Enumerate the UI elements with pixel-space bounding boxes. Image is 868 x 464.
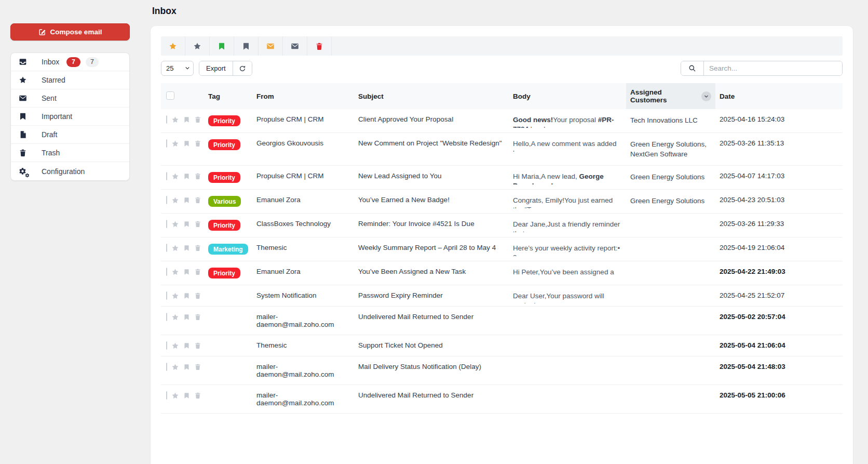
toolbar-spacer	[332, 36, 843, 56]
email-from: mailer-daemon@mail.zoho.com	[252, 385, 354, 413]
column-header-from: From	[252, 87, 354, 105]
star-icon[interactable]	[171, 140, 179, 148]
bookmark-icon[interactable]	[183, 116, 190, 123]
email-row[interactable]: System Notification Password Expiry Remi…	[161, 285, 843, 307]
row-checkbox[interactable]	[166, 391, 167, 400]
star-icon[interactable]	[171, 220, 179, 228]
list-controls: 25 Export	[161, 61, 843, 76]
trash-icon[interactable]	[194, 313, 201, 321]
trash-icon[interactable]	[194, 173, 201, 180]
search-button[interactable]	[681, 61, 704, 75]
star-icon[interactable]	[171, 363, 179, 371]
email-row[interactable]: Priority Georgios Gkouvousis New Comment…	[161, 133, 843, 166]
bookmark-icon[interactable]	[183, 245, 190, 251]
delete-icon[interactable]	[307, 36, 332, 56]
refresh-button[interactable]	[233, 61, 252, 75]
email-from: Propulse CRM | CRM	[252, 109, 354, 129]
star-icon[interactable]	[171, 292, 179, 300]
sidebar-item-label: Starred	[42, 76, 65, 84]
star-icon[interactable]	[171, 313, 179, 321]
trash-icon[interactable]	[194, 342, 201, 349]
email-date: 2025-05-02 20:57:04	[715, 307, 843, 327]
email-row[interactable]: Priority Propulse CRM | CRM Client Appro…	[161, 109, 843, 133]
bookmark-icon[interactable]	[183, 364, 190, 370]
row-checkbox[interactable]	[166, 172, 167, 180]
email-row[interactable]: Various Emanuel Zora You’ve Earned a New…	[161, 190, 843, 214]
sidebar-item-trash[interactable]: Trash	[11, 144, 129, 162]
sidebar-item-configuration[interactable]: Configuration	[11, 162, 129, 180]
star-icon[interactable]	[171, 342, 179, 350]
mark-starred-icon[interactable]	[161, 36, 185, 56]
assigned-customers-sort-button[interactable]	[701, 91, 711, 101]
select-all-checkbox[interactable]	[166, 91, 174, 100]
sidebar-item-draft[interactable]: Draft	[11, 126, 129, 144]
sidebar-item-inbox[interactable]: Inbox77	[11, 53, 129, 71]
row-checkbox[interactable]	[166, 363, 167, 371]
email-assigned-customers	[626, 285, 715, 298]
email-date: 2025-05-05 21:00:06	[715, 385, 843, 405]
sidebar-item-important[interactable]: Important	[11, 108, 129, 126]
row-checkbox[interactable]	[166, 341, 167, 350]
row-checkbox[interactable]	[166, 220, 167, 228]
email-assigned-customers	[626, 214, 715, 226]
bookmark-icon[interactable]	[183, 293, 190, 299]
email-body-preview: Good news!Your proposal #PR-7784 has bee…	[509, 109, 626, 128]
mark-important-icon[interactable]	[210, 36, 234, 56]
email-list: Priority Propulse CRM | CRM Client Appro…	[161, 109, 843, 414]
sidebar-item-sent[interactable]: Sent	[11, 89, 129, 108]
compose-email-button[interactable]: Compose email	[10, 23, 130, 41]
trash-icon[interactable]	[194, 140, 201, 147]
star-icon[interactable]	[171, 268, 179, 276]
bookmark-icon[interactable]	[183, 342, 190, 349]
export-button[interactable]: Export	[199, 61, 233, 75]
email-row[interactable]: mailer-daemon@mail.zoho.com Mail Deliver…	[161, 356, 843, 385]
email-row[interactable]: Themesic Support Ticket Not Opened 2025-…	[161, 335, 843, 356]
row-checkbox[interactable]	[166, 291, 167, 300]
unmark-starred-icon[interactable]	[185, 36, 210, 56]
page-size-select[interactable]: 25	[161, 61, 194, 76]
email-row[interactable]: Priority Emanuel Zora You’ve Been Assign…	[161, 261, 843, 285]
column-header-assigned-customers: Assigned Customers	[626, 83, 715, 109]
mark-read-icon[interactable]	[259, 36, 283, 56]
star-icon[interactable]	[171, 116, 179, 124]
star-icon[interactable]	[171, 244, 179, 252]
row-checkbox[interactable]	[166, 115, 167, 124]
trash-icon[interactable]	[194, 363, 201, 370]
email-row[interactable]: mailer-daemon@mail.zoho.com Undelivered …	[161, 385, 843, 414]
star-icon[interactable]	[171, 196, 179, 204]
inbox-panel: 25 Export Tag From Subject Body Assigned…	[151, 26, 853, 464]
bookmark-icon[interactable]	[183, 269, 190, 275]
star-icon[interactable]	[171, 392, 179, 400]
trash-icon[interactable]	[194, 196, 201, 204]
star-icon[interactable]	[171, 173, 179, 180]
trash-icon[interactable]	[194, 392, 201, 399]
bookmark-icon[interactable]	[183, 197, 190, 204]
row-checkbox[interactable]	[166, 139, 167, 148]
bookmark-icon[interactable]	[183, 173, 190, 180]
trash-icon[interactable]	[194, 268, 201, 275]
bookmark-icon[interactable]	[183, 392, 190, 399]
trash-icon[interactable]	[194, 116, 201, 123]
email-body-preview: Here’s your weekly activity report:• 3..…	[509, 237, 626, 256]
row-checkbox[interactable]	[166, 196, 167, 204]
row-checkbox[interactable]	[166, 313, 167, 321]
bookmark-icon[interactable]	[183, 140, 190, 147]
row-checkbox[interactable]	[166, 268, 167, 276]
unmark-important-icon[interactable]	[234, 36, 259, 56]
search-input[interactable]	[704, 61, 842, 75]
email-row[interactable]: mailer-daemon@mail.zoho.com Undelivered …	[161, 307, 843, 335]
trash-icon[interactable]	[194, 244, 201, 251]
email-row[interactable]: Marketing Themesic Weekly Summary Report…	[161, 237, 843, 261]
bookmark-icon[interactable]	[183, 221, 190, 228]
email-row[interactable]: Priority ClassBoxes Technology Reminder:…	[161, 214, 843, 237]
row-checkbox[interactable]	[166, 244, 167, 252]
mark-unread-icon[interactable]	[283, 36, 307, 56]
trash-icon[interactable]	[194, 220, 201, 228]
trash-icon[interactable]	[194, 292, 201, 299]
search-group	[681, 61, 843, 76]
email-body-preview	[509, 356, 626, 369]
sidebar-item-starred[interactable]: Starred	[11, 71, 129, 89]
email-row[interactable]: Priority Propulse CRM | CRM New Lead Ass…	[161, 166, 843, 190]
bookmark-icon[interactable]	[183, 314, 190, 321]
email-from: Emanuel Zora	[252, 190, 354, 210]
